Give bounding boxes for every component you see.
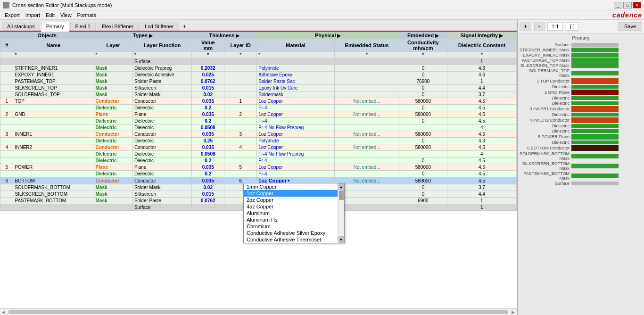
menu-view[interactable]: View (58, 12, 74, 18)
sub-header-layer-id: Layer ID (224, 39, 257, 52)
sub-header-dielectric-constant: Dielectric Constant (447, 39, 516, 52)
table-row: DielectricDielectric0.2Fr-404.5 (0, 105, 517, 111)
table-row: Surface1 (0, 58, 517, 65)
col-header-embedded: Embedded ▶ (399, 32, 447, 39)
dropdown-item[interactable]: Chromium (244, 223, 338, 230)
maximize-button[interactable]: □ (623, 2, 632, 8)
table-row: DielectricDielectric0.25Polyimide04.3 (0, 138, 517, 144)
table-row: 2GNDPlanePlane0.03521oz CopperNot embed.… (0, 111, 517, 118)
table-row: SOLDERMASK_TOPMaskSolder Mask0.02Solderm… (0, 91, 517, 98)
table-row: 3INNER1ConductorConductor0.03531oz Coppe… (0, 131, 517, 138)
col-header-physical: Physical ▶ (257, 32, 399, 39)
layer-visual-row: 5 POWER Plane (520, 134, 642, 140)
layer-color-bar (571, 117, 619, 123)
layer-color-bar (571, 58, 619, 63)
layer-color-bar (571, 134, 619, 140)
dropdown-item[interactable]: Conductive Adhesive Thermoset (244, 236, 338, 243)
layer-color-bar (571, 154, 619, 158)
bottom-scrollbar[interactable]: ◀ ▶ (0, 308, 517, 315)
dropdown-item[interactable]: 4oz Copper (244, 203, 338, 210)
layer-visual-row: Surface (520, 42, 642, 47)
layer-color-bar (571, 145, 619, 151)
zoom-out-button[interactable]: - (534, 22, 545, 31)
layer-color-bar (571, 90, 619, 95)
table-row: DielectricDielectric0.2Fr-404.5 (0, 158, 517, 164)
layer-color-bar (571, 124, 619, 128)
dropdown-scrollbar[interactable]: ▲ ▼ (338, 183, 344, 243)
layer-color-bar (571, 78, 619, 84)
table-row: 1TOPConductorConductor0.03511oz CopperNo… (0, 98, 517, 105)
layer-color-bar (571, 164, 619, 168)
header-row-1: Objects Types ▶ Thickness ▶ Physical ▶ E (0, 32, 517, 39)
layer-color-bar (571, 71, 619, 75)
col-header-objects: Objects (0, 32, 94, 39)
right-toolbar: + - 1:1 [ ] Save (518, 20, 644, 33)
sub-header-conductivity: Conductivitymho/cm (399, 39, 447, 52)
minimize-button[interactable]: _ (614, 2, 622, 8)
layer-color-bar (571, 43, 619, 47)
layer-visual-row: 2 GND Plane (520, 90, 642, 95)
zoom-ratio: 1:1 (547, 22, 563, 31)
table-row: STIFFNER_INNER1MaskDielectric Prepreg0.2… (0, 65, 517, 72)
menu-import[interactable]: Import (23, 12, 43, 18)
layer-color-bar (571, 101, 619, 105)
layer-visual-row: SOLDERMASK_BOTTOM Mask (520, 151, 642, 161)
tab-primary[interactable]: Primary (41, 22, 69, 32)
layer-visual-row: SOLDERMASK_TOP Mask (520, 68, 642, 78)
brackets-btn[interactable]: [ ] (566, 22, 578, 31)
sub-header-embedded-status: Embedded Status (335, 39, 399, 52)
table-row: SILKSCREEN_TOPMaskSilkscreen0.015Epoxy I… (0, 85, 517, 91)
close-button[interactable]: ✕ (633, 2, 641, 8)
layer-color-bar (571, 174, 619, 178)
col-header-signal-integrity: Signal Integrity ▶ (447, 32, 516, 39)
scroll-up-btn[interactable]: ▲ (339, 183, 344, 190)
table-row: DielectricDielectric0.0508Fr-4 No Flow P… (0, 151, 517, 158)
tab-lcd-stiffener[interactable]: Lcd Stiffener (140, 22, 179, 31)
layer-visual-row: Dielectric (520, 101, 642, 106)
table-row: DielectricDielectric0.2Fr-404.5 (0, 171, 517, 177)
layer-visual-row: Dielectric (520, 140, 642, 145)
sub-header-layer-function: Layer Function (132, 39, 192, 52)
layer-color-bar (571, 129, 619, 133)
layer-visual-row: SILKSCREEN_TOP Mask (520, 63, 642, 68)
dropdown-item[interactable]: 1mm Copper (244, 183, 338, 190)
layer-color-bar (571, 141, 619, 144)
zoom-in-button[interactable]: + (520, 22, 531, 31)
layer-visual-row: Dielectric (520, 124, 642, 128)
scroll-down-btn[interactable]: ▼ (339, 236, 344, 243)
layer-visual-row: Dielectric (520, 112, 642, 117)
menu-formats[interactable]: Formats (74, 12, 99, 18)
save-button[interactable]: Save (618, 22, 642, 31)
sub-header-layer: Layer (94, 39, 132, 52)
header-row-2: # Name Layer Layer Function Valuemm Laye… (0, 39, 517, 52)
layer-visual-row: SILKSCREEN_BOTTOM Mask (520, 161, 642, 171)
table-row: 4INNER2ConductorConductor0.03541oz Coppe… (0, 144, 517, 151)
primary-label: Primary (520, 35, 642, 41)
dropdown-item[interactable]: 2oz Copper (244, 197, 338, 203)
table-row: DielectricDielectric0.2Fr-404.5 (0, 118, 517, 124)
tab-flexi1[interactable]: Flexi 1 (70, 22, 96, 31)
layer-color-bar (571, 106, 619, 112)
tab-add[interactable]: + (180, 22, 189, 31)
layer-color-bar (571, 53, 619, 58)
tab-all-stackups[interactable]: All stackups (2, 22, 40, 31)
table-row: ********* (0, 52, 517, 58)
tab-flexi-stiffener[interactable]: Flexi Stiffener (97, 22, 139, 31)
menu-edit[interactable]: Edit (43, 12, 58, 18)
table-row: PASTEMASK_TOPMaskSolder Paste0.0762Solde… (0, 78, 517, 85)
sub-header-num: # (0, 39, 13, 52)
layer-color-bar (571, 113, 619, 116)
table-row: DielectricDielectric0.0508Fr-4 No Flow P… (0, 124, 517, 131)
layer-visual-row: 4 INNER2 Conductor (520, 117, 642, 123)
layer-visual-row: EXPOXY_INNER1 Mask (520, 53, 642, 58)
layer-visual-row: 3 INNER1 Conductor (520, 106, 642, 112)
dropdown-item[interactable]: Aluminum (244, 210, 338, 216)
dropdown-item[interactable]: 1oz Copper (244, 190, 338, 197)
layer-color-bar (571, 182, 619, 185)
sub-header-value: Valuemm (192, 39, 224, 52)
dropdown-item[interactable]: Aluminum Hs (244, 216, 338, 223)
dropdown-item[interactable]: Conductive Adhesive Silver Epoxy (244, 230, 338, 236)
tab-bar: All stackups Primary Flexi 1 Flexi Stiff… (0, 20, 517, 32)
menu-export[interactable]: Export (2, 12, 23, 18)
layer-visual: Primary SurfaceSTIFFNER_INNER1 MaskEXPOX… (518, 33, 644, 315)
